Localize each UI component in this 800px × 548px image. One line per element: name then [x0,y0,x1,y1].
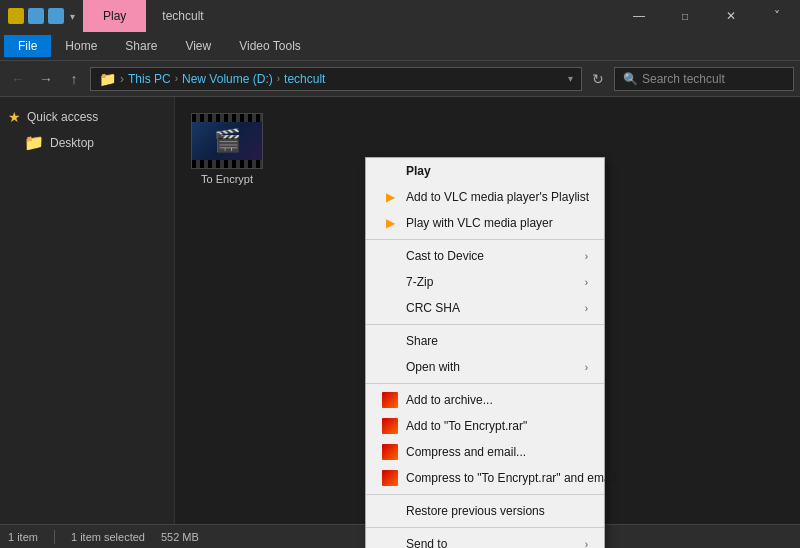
ctx-sep-4 [366,494,604,495]
tab-share[interactable]: Share [111,35,171,57]
status-size: 552 MB [161,531,199,543]
window-controls: — □ ✕ ˅ [616,0,800,32]
quick-icon-1[interactable] [8,8,24,24]
ctx-open-with-label: Open with [406,360,460,374]
sidebar-label-desktop: Desktop [50,136,94,150]
maximize-icon: □ [682,11,688,22]
address-bar: ← → ↑ 📁 › This PC › New Volume (D:) › te… [0,61,800,97]
ctx-play-label: Play [406,164,431,178]
ctx-share[interactable]: Share [366,328,604,354]
ribbon: File Home Share View Video Tools [0,32,800,61]
ctx-add-archive[interactable]: Add to archive... [366,387,604,413]
status-item-count: 1 item [8,531,38,543]
status-separator-1 [54,530,55,544]
window-title-text: techcult [162,9,203,23]
path-this-pc[interactable]: This PC [128,72,171,86]
refresh-icon: ↻ [592,71,604,87]
ctx-restore-label: Restore previous versions [406,504,545,518]
context-menu: Play ▶ Add to VLC media player's Playlis… [365,157,605,548]
sidebar-item-desktop[interactable]: 📁 Desktop [0,129,174,156]
ctx-play[interactable]: Play [366,158,604,184]
ctx-add-archive-label: Add to archive... [406,393,493,407]
title-tab-play[interactable]: Play [83,0,146,32]
ctx-share-label: Share [406,334,438,348]
ctx-crc-sha[interactable]: CRC SHA › [366,295,604,321]
main-layout: ★ Quick access 📁 Desktop 🎬 To Encrypt [0,97,800,525]
ctx-open-with[interactable]: Open with › [366,354,604,380]
quick-icon-2[interactable] [28,8,44,24]
quick-access-chevron[interactable]: ▾ [70,11,75,22]
path-sep-1: › [120,72,124,86]
ctx-compress-email-label: Compress and email... [406,445,526,459]
ctx-share-icon [382,333,398,349]
ctx-send-to[interactable]: Send to › [366,531,604,548]
sidebar-item-quick-access[interactable]: ★ Quick access [0,105,174,129]
ctx-openwith-icon [382,359,398,375]
path-new-volume[interactable]: New Volume (D:) [182,72,273,86]
ctx-add-vlc-playlist[interactable]: ▶ Add to VLC media player's Playlist [366,184,604,210]
minimize-button[interactable]: — [616,0,662,32]
path-dropdown-arrow[interactable]: ▾ [568,73,573,84]
file-item-to-encrypt[interactable]: 🎬 To Encrypt [187,109,267,190]
refresh-button[interactable]: ↻ [586,67,610,91]
ctx-compress-encrypt-email[interactable]: Compress to "To Encrypt.rar" and email [366,465,604,491]
ctx-send-label: Send to [406,537,447,548]
ctx-restore-icon [382,503,398,519]
ctx-openwith-arrow: › [585,362,588,373]
folder-icon: 📁 [24,133,44,152]
ribbon-toggle-icon: ˅ [774,9,780,23]
ctx-add-encrypt-rar[interactable]: Add to "To Encrypt.rar" [366,413,604,439]
ctx-compress-email-icon [382,444,398,460]
ctx-compress-encrypt-email-icon [382,470,398,486]
ribbon-toggle-button[interactable]: ˅ [754,0,800,32]
ctx-7zip-icon [382,274,398,290]
path-chevron-1: › [175,73,178,84]
ctx-add-encrypt-icon [382,418,398,434]
ctx-cast-icon [382,248,398,264]
tab-view[interactable]: View [171,35,225,57]
ctx-cast-arrow: › [585,251,588,262]
quick-icon-3[interactable] [48,8,64,24]
sidebar: ★ Quick access 📁 Desktop [0,97,175,525]
back-button[interactable]: ← [6,67,30,91]
quick-access-icons: ▾ [0,8,83,24]
path-chevron-2: › [277,73,280,84]
ctx-add-encrypt-rar-label: Add to "To Encrypt.rar" [406,419,527,433]
ctx-play-vlc-label: Play with VLC media player [406,216,553,230]
path-techcult[interactable]: techcult [284,72,325,86]
title-tab-label: Play [103,9,126,23]
ctx-7zip[interactable]: 7-Zip › [366,269,604,295]
ctx-add-archive-icon [382,392,398,408]
ctx-vlc-icon: ▶ [382,215,398,231]
ctx-cast-device[interactable]: Cast to Device › [366,243,604,269]
up-button[interactable]: ↑ [62,67,86,91]
search-box[interactable]: 🔍 Search techcult [614,67,794,91]
title-bar: ▾ Play techcult — □ ✕ ˅ [0,0,800,32]
vlc-icon: 🎬 [214,128,241,154]
ctx-crc-icon [382,300,398,316]
window-title: techcult [146,9,219,23]
ctx-cast-label: Cast to Device [406,249,484,263]
close-button[interactable]: ✕ [708,0,754,32]
title-bar-left: ▾ Play techcult [0,0,220,32]
ctx-crc-arrow: › [585,303,588,314]
tab-file[interactable]: File [4,35,51,57]
ctx-compress-encrypt-email-label: Compress to "To Encrypt.rar" and email [406,471,616,485]
ctx-7zip-arrow: › [585,277,588,288]
close-icon: ✕ [726,9,736,23]
address-path[interactable]: 📁 › This PC › New Volume (D:) › techcult… [90,67,582,91]
forward-button[interactable]: → [34,67,58,91]
search-icon: 🔍 [623,72,638,86]
tab-video-tools[interactable]: Video Tools [225,35,315,57]
file-area: 🎬 To Encrypt Play ▶ Add to VLC media pla… [175,97,800,525]
ctx-play-vlc[interactable]: ▶ Play with VLC media player [366,210,604,236]
ctx-crc-label: CRC SHA [406,301,460,315]
ctx-compress-email[interactable]: Compress and email... [366,439,604,465]
tab-home[interactable]: Home [51,35,111,57]
ctx-restore-versions[interactable]: Restore previous versions [366,498,604,524]
ctx-sep-5 [366,527,604,528]
star-icon: ★ [8,109,21,125]
ctx-vlc-playlist-icon: ▶ [382,189,398,205]
status-selection: 1 item selected [71,531,145,543]
maximize-button[interactable]: □ [662,0,708,32]
